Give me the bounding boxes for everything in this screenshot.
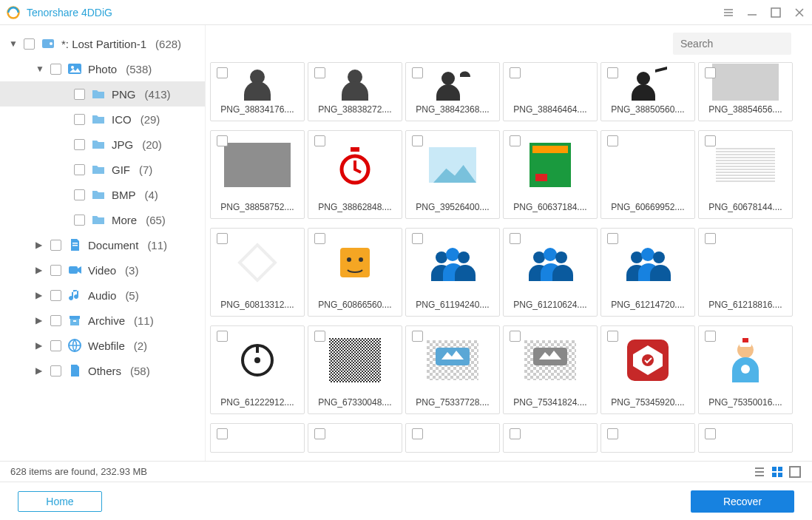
chevron-right-icon[interactable]: ▶: [35, 265, 44, 275]
home-button[interactable]: Home: [18, 491, 102, 512]
file-checkbox[interactable]: [607, 428, 618, 439]
checkbox[interactable]: [74, 164, 85, 175]
file-checkbox[interactable]: [607, 67, 618, 78]
recover-button[interactable]: Recover: [691, 490, 794, 513]
file-checkbox[interactable]: [510, 428, 521, 439]
checkbox[interactable]: [50, 340, 61, 351]
file-checkbox[interactable]: [607, 135, 618, 146]
minimize-icon[interactable]: [745, 6, 759, 19]
file-card[interactable]: [210, 423, 305, 453]
file-card[interactable]: PNG_61214720....: [600, 228, 695, 317]
tree-item-video[interactable]: ▶ Video (3): [0, 257, 205, 283]
tree-item-jpg[interactable]: JPG (20): [0, 132, 205, 157]
checkbox[interactable]: [50, 265, 61, 276]
checkbox[interactable]: [50, 290, 61, 301]
file-card[interactable]: PNG_39526400....: [405, 130, 500, 219]
tree-root-lost-partition[interactable]: ▼ *: Lost Partition-1 (628): [0, 31, 205, 56]
file-card[interactable]: PNG_75341824....: [503, 325, 598, 414]
file-card[interactable]: PNG_60637184....: [503, 130, 598, 219]
file-card[interactable]: PNG_38858752....: [210, 130, 305, 219]
checkbox[interactable]: [50, 365, 61, 377]
file-checkbox[interactable]: [314, 428, 325, 439]
file-checkbox[interactable]: [217, 233, 228, 244]
file-card[interactable]: [600, 423, 695, 453]
menu-icon[interactable]: [722, 6, 735, 19]
file-checkbox[interactable]: [705, 428, 716, 439]
file-card[interactable]: PNG_38842368....: [405, 62, 500, 121]
maximize-icon[interactable]: [769, 6, 782, 19]
file-checkbox[interactable]: [412, 331, 423, 342]
chevron-down-icon[interactable]: ▼: [9, 38, 18, 49]
file-checkbox[interactable]: [510, 233, 521, 244]
file-checkbox[interactable]: [510, 135, 521, 146]
file-card[interactable]: PNG_38854656....: [698, 62, 793, 121]
checkbox[interactable]: [24, 38, 35, 50]
file-checkbox[interactable]: [314, 67, 325, 78]
checkbox[interactable]: [50, 315, 61, 326]
file-card[interactable]: [405, 423, 500, 453]
close-icon[interactable]: [793, 6, 806, 19]
large-view-icon[interactable]: [788, 465, 802, 479]
checkbox[interactable]: [50, 64, 61, 75]
file-card[interactable]: [698, 423, 793, 453]
file-checkbox[interactable]: [314, 135, 325, 146]
grid-view-icon[interactable]: [771, 465, 784, 479]
checkbox[interactable]: [74, 139, 85, 150]
file-card[interactable]: PNG_60669952....: [600, 130, 695, 219]
tree-item-ico[interactable]: ICO (29): [0, 107, 205, 132]
tree-item-more[interactable]: More (65): [0, 207, 205, 232]
file-checkbox[interactable]: [607, 331, 618, 342]
tree-item-audio[interactable]: ▶ Audio (5): [0, 283, 205, 308]
search-input[interactable]: [680, 38, 810, 50]
file-card[interactable]: [308, 423, 402, 453]
file-checkbox[interactable]: [510, 67, 521, 78]
tree-item-webfile[interactable]: ▶ Webfile (2): [0, 333, 205, 358]
chevron-right-icon[interactable]: ▶: [35, 365, 44, 376]
file-card[interactable]: PNG_60813312....: [210, 228, 305, 317]
file-card[interactable]: PNG_67330048....: [308, 325, 402, 414]
chevron-right-icon[interactable]: ▶: [35, 340, 44, 351]
chevron-right-icon[interactable]: ▶: [35, 315, 44, 325]
tree-item-photo[interactable]: ▼ Photo (538): [0, 56, 205, 81]
file-card[interactable]: PNG_38834176....: [210, 62, 305, 121]
list-view-icon[interactable]: [753, 465, 766, 479]
tree-item-gif[interactable]: GIF (7): [0, 157, 205, 182]
checkbox[interactable]: [74, 89, 85, 100]
tree-item-png[interactable]: PNG (413): [0, 81, 205, 107]
file-card[interactable]: PNG_38862848....: [308, 130, 402, 219]
file-checkbox[interactable]: [412, 428, 423, 439]
file-checkbox[interactable]: [705, 233, 716, 244]
file-card[interactable]: PNG_60678144....: [698, 130, 793, 219]
file-checkbox[interactable]: [412, 135, 423, 146]
tree-item-others[interactable]: ▶ Others (58): [0, 358, 205, 383]
file-checkbox[interactable]: [314, 233, 325, 244]
file-checkbox[interactable]: [217, 135, 228, 146]
file-checkbox[interactable]: [705, 67, 716, 78]
chevron-right-icon[interactable]: ▶: [35, 240, 44, 250]
file-card[interactable]: PNG_38850560....: [600, 62, 695, 121]
file-checkbox[interactable]: [705, 331, 716, 342]
file-checkbox[interactable]: [705, 135, 716, 146]
file-checkbox[interactable]: [510, 331, 521, 342]
file-card[interactable]: PNG_75337728....: [405, 325, 500, 414]
checkbox[interactable]: [74, 114, 85, 125]
file-card[interactable]: PNG_38846464....: [503, 62, 598, 121]
tree-item-bmp[interactable]: BMP (4): [0, 182, 205, 207]
file-checkbox[interactable]: [607, 233, 618, 244]
file-card[interactable]: PNG_61222912....: [210, 325, 305, 414]
checkbox[interactable]: [50, 240, 61, 251]
chevron-right-icon[interactable]: ▶: [35, 290, 44, 300]
file-card[interactable]: PNG_75350016....: [698, 325, 793, 414]
search-box[interactable]: [673, 33, 791, 55]
file-checkbox[interactable]: [217, 67, 228, 78]
file-checkbox[interactable]: [217, 331, 228, 342]
file-card[interactable]: PNG_60866560....: [308, 228, 402, 317]
file-card[interactable]: [503, 423, 598, 453]
file-card[interactable]: PNG_61194240....: [405, 228, 500, 317]
file-card[interactable]: PNG_61218816....: [698, 228, 793, 317]
file-checkbox[interactable]: [412, 67, 423, 78]
file-card[interactable]: PNG_75345920....: [600, 325, 695, 414]
checkbox[interactable]: [74, 189, 85, 200]
checkbox[interactable]: [74, 215, 85, 226]
tree-item-archive[interactable]: ▶ Archive (11): [0, 308, 205, 333]
